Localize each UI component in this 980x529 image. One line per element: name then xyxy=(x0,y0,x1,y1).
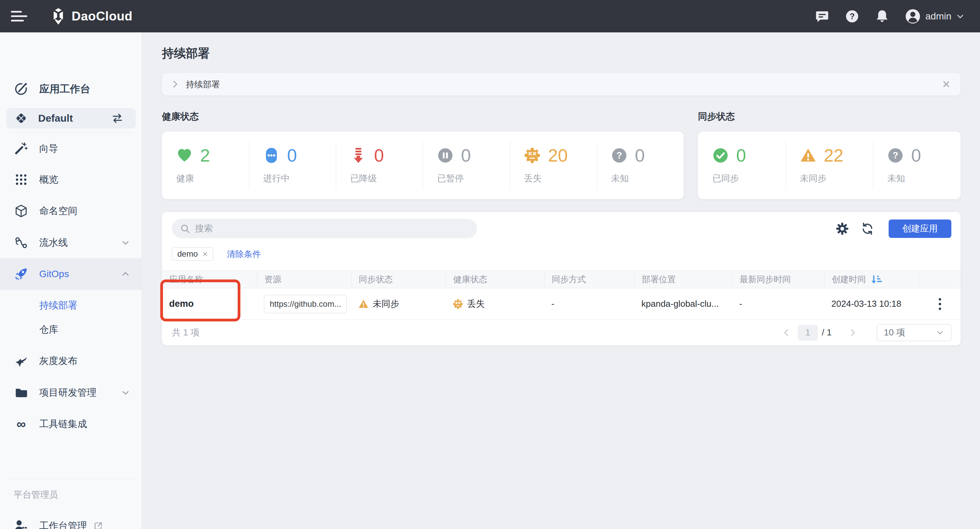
filter-tag-close-icon[interactable]: × xyxy=(202,249,208,258)
pipeline-icon xyxy=(14,235,29,250)
sidebar-item-overview[interactable]: 概览 xyxy=(0,170,142,189)
app-name-link[interactable]: demo xyxy=(169,299,194,309)
next-page-icon[interactable] xyxy=(848,328,858,337)
sidebar-item-toolchain[interactable]: ∞ 工具链集成 xyxy=(0,415,142,434)
stat-label: 丢失 xyxy=(524,173,597,184)
refresh-icon[interactable] xyxy=(860,221,875,236)
user-menu[interactable]: admin xyxy=(905,8,964,24)
bird-icon xyxy=(14,354,29,368)
chevron-right-icon xyxy=(172,79,179,89)
degraded-icon xyxy=(350,147,367,164)
daocloud-gitops-page: { "header": { "logo_text": "DaoCloud", "… xyxy=(0,0,980,529)
current-page-input[interactable]: 1 xyxy=(798,325,818,340)
column-header-app-name: 应用名称 xyxy=(162,271,257,288)
workspace-icon xyxy=(14,111,29,125)
stat-value: 22 xyxy=(824,146,843,164)
daocloud-logo[interactable]: DaoCloud xyxy=(51,8,133,25)
column-header-sync-status: 同步状态 xyxy=(351,271,445,288)
workspace-swap-icon[interactable] xyxy=(110,111,124,125)
sidebar-item-project-management[interactable]: 项目研发管理 xyxy=(0,383,142,402)
topbar-actions: ? admin xyxy=(815,8,964,24)
filter-tag: demo × xyxy=(172,247,213,261)
stat-value: 0 xyxy=(635,146,645,164)
stat-value: 0 xyxy=(287,146,297,164)
sidebar-item-canary-release[interactable]: 灰度发布 xyxy=(0,351,142,370)
sidebar-item-workbench-management[interactable]: 工作台管理 xyxy=(0,516,142,529)
grid-dots-icon xyxy=(14,173,29,186)
admin-user-icon xyxy=(14,519,29,529)
search-input[interactable] xyxy=(195,223,469,234)
sidebar-item-repository[interactable]: 仓库 xyxy=(0,320,142,339)
stat-degraded: 0 已降级 xyxy=(336,132,423,199)
stat-value: 0 xyxy=(911,146,921,164)
stat-label: 未知 xyxy=(611,173,684,184)
page-size-value: 10 项 xyxy=(884,327,905,338)
sidebar-item-continuous-deployment[interactable]: 持续部署 xyxy=(0,296,142,315)
chevron-down-icon xyxy=(121,388,130,397)
filter-tag-text: demo xyxy=(177,249,198,259)
notification-bell-icon[interactable] xyxy=(875,9,889,24)
sort-descending-icon[interactable] xyxy=(870,274,882,284)
sidebar-product-title[interactable]: 应用工作台 xyxy=(0,78,142,100)
infinity-icon: ∞ xyxy=(14,418,29,431)
stat-label: 已暂停 xyxy=(437,173,510,184)
column-header-created-time[interactable]: 创建时间 xyxy=(824,271,919,288)
table-header: 应用名称 资源 同步状态 健康状态 同步方式 部署位置 最新同步时间 创建时间 xyxy=(162,270,961,288)
heart-icon xyxy=(176,147,192,164)
svg-text:?: ? xyxy=(893,150,899,160)
chevron-down-icon xyxy=(121,238,130,247)
previous-page-icon[interactable] xyxy=(781,328,791,337)
sidebar-item-gitops[interactable]: GitOps xyxy=(0,258,142,290)
logo-text: DaoCloud xyxy=(72,9,133,24)
workspace-selector[interactable]: Default xyxy=(6,108,136,129)
gear-icon[interactable] xyxy=(835,221,850,236)
clear-filters-link[interactable]: 清除条件 xyxy=(227,248,261,260)
table-toolbar: 创建应用 xyxy=(162,212,961,238)
created-time-text: 2024-03-13 10:18 xyxy=(831,299,901,309)
column-header-sync-method: 同步方式 xyxy=(544,271,634,288)
close-icon[interactable] xyxy=(942,79,951,89)
resource-tag[interactable]: https://github.com... xyxy=(264,295,347,313)
stat-value: 0 xyxy=(736,146,746,164)
search-icon xyxy=(180,224,190,234)
create-app-button[interactable]: 创建应用 xyxy=(889,219,951,238)
breadcrumb-item[interactable]: 持续部署 xyxy=(186,79,220,90)
rocket-icon xyxy=(14,267,29,281)
folder-icon xyxy=(14,386,29,400)
out-of-sync-icon xyxy=(358,299,369,309)
page-count: / 1 xyxy=(822,327,832,338)
sync-status-card: 0 已同步 22 未同步 xyxy=(698,132,961,199)
applications-table-card: 创建应用 demo × 清除条件 应用名称 资源 同步状态 健康状态 同步方式 … xyxy=(162,212,961,345)
deploy-location-text: kpanda-global-clu... xyxy=(641,299,719,309)
workspace-name: Default xyxy=(38,113,73,124)
hamburger-menu-icon[interactable] xyxy=(11,10,27,22)
sidebar-divider xyxy=(10,479,135,479)
sidebar: 应用工作台 Default 向导 xyxy=(0,32,142,529)
lost-icon xyxy=(524,147,541,164)
pagination: 1 / 1 10 项 xyxy=(781,324,951,341)
column-header-deploy-location: 部署位置 xyxy=(634,271,732,288)
row-actions-kebab-icon[interactable] xyxy=(935,296,945,312)
message-icon[interactable] xyxy=(815,9,829,24)
page-size-select[interactable]: 10 项 xyxy=(877,324,951,341)
stat-progressing: 0 进行中 xyxy=(249,132,336,199)
role-label: 平台管理员 xyxy=(14,486,58,503)
column-header-resource: 资源 xyxy=(257,271,351,288)
breadcrumb: 持续部署 xyxy=(162,73,961,95)
top-bar: DaoCloud ? xyxy=(0,0,980,32)
sidebar-item-namespace[interactable]: 命名空间 xyxy=(0,202,142,221)
sidebar-item-pipeline[interactable]: 流水线 xyxy=(0,233,142,252)
toolbar-actions: 创建应用 xyxy=(835,219,951,238)
chevron-down-icon xyxy=(956,12,964,21)
stat-unknown: ? 0 未知 xyxy=(597,132,684,199)
stat-paused: 0 已暂停 xyxy=(423,132,510,199)
stat-value: 20 xyxy=(548,146,568,164)
table-footer: 共 1 项 1 / 1 10 项 xyxy=(162,320,961,345)
help-icon[interactable]: ? xyxy=(845,9,859,24)
health-section: 健康状态 2 健康 xyxy=(162,111,684,199)
sidebar-item-wizard[interactable]: 向导 xyxy=(0,139,142,158)
last-sync-time-text: - xyxy=(739,299,742,309)
sync-status-text: 未同步 xyxy=(373,298,399,310)
stat-label: 已同步 xyxy=(712,173,786,184)
stat-sync-unknown: ? 0 未知 xyxy=(873,132,961,199)
